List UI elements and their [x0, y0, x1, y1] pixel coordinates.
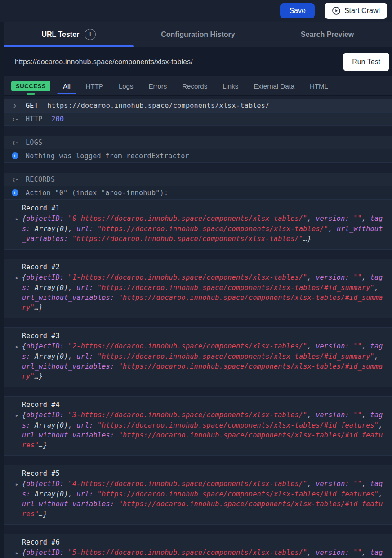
records-action-row: i Action "0" (index "aroo-innohub"):	[4, 186, 392, 200]
filter-tab-all[interactable]: All	[63, 82, 71, 90]
records-list: Record #1▶{objectID: "0-https://docaroo.…	[4, 200, 392, 558]
main-tabs: URL Tester i Configuration History Searc…	[4, 22, 392, 47]
info-circle-icon: i	[12, 152, 18, 159]
expand-triangle-icon[interactable]: ▶	[16, 411, 20, 420]
expand-triangle-icon[interactable]: ▶	[16, 214, 20, 224]
logs-header-row[interactable]: ❮ LOGS	[4, 136, 392, 149]
record-title: Record #2	[22, 262, 386, 272]
url-test-bar: https://docaroo.innohub.space/components…	[4, 47, 392, 76]
top-action-bar: Save Start Crawl	[0, 0, 392, 22]
filter-tab-records[interactable]: Records	[182, 82, 207, 90]
tab-url-tester-label: URL Tester	[41, 31, 79, 39]
filter-tab-http[interactable]: HTTP	[86, 82, 103, 90]
filter-tab-html[interactable]: HTML	[310, 82, 328, 90]
tab-url-tester[interactable]: URL Tester i	[4, 22, 134, 47]
record-title: Record #3	[22, 330, 386, 341]
record-title: Record #5	[22, 468, 386, 479]
logs-message-row: i Nothing was logged from recordExtracto…	[4, 149, 392, 163]
filter-tab-links[interactable]: Links	[223, 82, 238, 90]
save-button[interactable]: Save	[280, 3, 314, 18]
filter-tab-external-data[interactable]: External Data	[254, 82, 294, 90]
record-json-preview[interactable]: ▶{objectID: "3-https://docaroo.innohub.s…	[22, 410, 386, 450]
record-block-2: Record #2▶{objectID: "1-https://docaroo.…	[4, 259, 392, 318]
status-badge: SUCCESS	[11, 81, 50, 91]
info-icon[interactable]: i	[85, 29, 96, 40]
record-block-6: Record #6▶{objectID: "5-https://docaroo.…	[4, 534, 392, 558]
record-json-preview[interactable]: ▶{objectID: "5-https://docaroo.innohub.s…	[22, 548, 386, 558]
request-url: https://docaroo.innohub.space/components…	[47, 102, 270, 110]
response-arrow-icon: ❮	[12, 177, 18, 183]
record-title: Record #4	[22, 399, 386, 410]
logs-header: LOGS	[26, 138, 42, 147]
url-input[interactable]: https://docaroo.innohub.space/components…	[15, 58, 343, 66]
filter-tabs: AllHTTPLogsErrorsRecordsLinksExternal Da…	[63, 82, 328, 90]
records-action-line: Action "0" (index "aroo-innohub"):	[26, 189, 168, 197]
records-header: RECORDS	[26, 175, 55, 183]
http-status-row[interactable]: ❮ HTTP 200	[4, 112, 392, 126]
response-arrow-icon: ❮	[12, 140, 18, 146]
expand-triangle-icon[interactable]: ▶	[16, 479, 20, 489]
chevron-right-icon: ❯	[13, 103, 17, 109]
record-json-preview[interactable]: ▶{objectID: "4-https://docaroo.innohub.s…	[22, 479, 386, 519]
record-json-preview[interactable]: ▶{objectID: "1-https://docaroo.innohub.s…	[22, 272, 386, 312]
tab-configuration-history[interactable]: Configuration History	[134, 22, 263, 47]
record-json-preview[interactable]: ▶{objectID: "0-https://docaroo.innohub.s…	[22, 214, 386, 244]
record-block-3: Record #3▶{objectID: "2-https://docaroo.…	[4, 327, 392, 387]
url-tester-panel: URL Tester i Configuration History Searc…	[4, 22, 392, 558]
record-title: Record #1	[22, 203, 386, 214]
http-label: HTTP	[26, 115, 42, 123]
filter-tab-logs[interactable]: Logs	[119, 82, 134, 90]
response-arrow-icon: ❮	[12, 116, 18, 122]
tab-search-preview[interactable]: Search Preview	[263, 22, 392, 47]
expand-triangle-icon[interactable]: ▶	[16, 342, 20, 352]
record-title: Record #6	[22, 537, 386, 548]
record-block-1: Record #1▶{objectID: "0-https://docaroo.…	[4, 200, 392, 250]
success-scroll-sliver	[27, 93, 35, 95]
play-circle-icon	[332, 6, 341, 15]
run-test-button[interactable]: Run Test	[343, 53, 389, 71]
start-crawl-label: Start Crawl	[344, 7, 380, 15]
tab-configuration-history-label: Configuration History	[161, 31, 235, 39]
expand-triangle-icon[interactable]: ▶	[16, 273, 20, 283]
logs-message: Nothing was logged from recordExtractor	[26, 152, 189, 160]
filter-tab-errors[interactable]: Errors	[148, 82, 167, 90]
request-method: GET	[26, 102, 38, 110]
result-filter-bar: SUCCESS AllHTTPLogsErrorsRecordsLinksExt…	[4, 76, 392, 96]
info-circle-icon: i	[12, 189, 18, 196]
record-json-preview[interactable]: ▶{objectID: "2-https://docaroo.innohub.s…	[22, 341, 386, 381]
expand-triangle-icon[interactable]: ▶	[16, 548, 20, 558]
http-status-code: 200	[51, 115, 64, 123]
start-crawl-button[interactable]: Start Crawl	[325, 3, 387, 19]
records-header-row[interactable]: ❮ RECORDS	[4, 173, 392, 186]
record-block-4: Record #4▶{objectID: "3-https://docaroo.…	[4, 396, 392, 456]
test-result-console: ❯ GET https://docaroo.innohub.space/comp…	[4, 96, 392, 558]
request-row[interactable]: ❯ GET https://docaroo.innohub.space/comp…	[4, 99, 392, 112]
tab-search-preview-label: Search Preview	[301, 31, 354, 39]
record-block-5: Record #5▶{objectID: "4-https://docaroo.…	[4, 465, 392, 525]
